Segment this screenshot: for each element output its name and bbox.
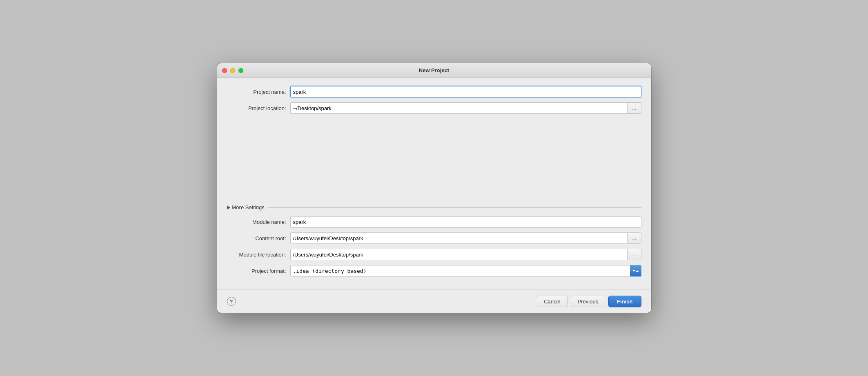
minimize-button[interactable] [230, 68, 235, 73]
cancel-button[interactable]: Cancel [537, 296, 567, 307]
module-file-location-field-group: ... [290, 249, 641, 260]
project-format-label: Project format: [227, 268, 290, 274]
more-settings-divider [268, 207, 641, 208]
more-settings-toggle[interactable]: More Settings [227, 204, 265, 210]
project-format-row: Project format: .idea (directory based) … [227, 265, 641, 276]
more-settings-section: More Settings Module name: Content root:… [227, 204, 641, 276]
project-name-row: Project name: [227, 86, 641, 97]
module-name-label: Module name: [227, 219, 290, 225]
content-root-row: Content root: ... [227, 232, 641, 244]
module-file-location-label: Module file location: [227, 252, 290, 258]
content-root-label: Content root: [227, 235, 290, 241]
module-file-browse-button[interactable]: ... [628, 249, 641, 260]
finish-button[interactable]: Finish [608, 296, 641, 307]
spacer [227, 119, 641, 200]
content-root-input[interactable] [290, 232, 628, 244]
module-file-location-row: Module file location: ... [227, 249, 641, 260]
window-controls [222, 68, 243, 73]
project-format-select[interactable]: .idea (directory based) .ipr (file based… [290, 265, 641, 276]
dialog-body: Project name: Project location: ... More… [217, 78, 651, 290]
project-location-input[interactable] [290, 102, 628, 114]
help-button[interactable]: ? [227, 297, 236, 306]
maximize-button[interactable] [238, 68, 243, 73]
more-settings-header: More Settings [227, 204, 641, 210]
project-location-label: Project location: [227, 105, 290, 111]
more-settings-label: More Settings [232, 204, 265, 210]
module-name-input[interactable] [290, 216, 641, 228]
module-file-location-input[interactable] [290, 249, 628, 260]
project-name-input[interactable] [290, 86, 641, 97]
project-format-select-container: .idea (directory based) .ipr (file based… [290, 265, 641, 276]
module-name-row: Module name: [227, 216, 641, 228]
project-location-field-group: ... [290, 102, 641, 114]
project-name-label: Project name: [227, 89, 290, 95]
dialog-footer: ? Cancel Previous Finish [217, 290, 651, 313]
content-root-browse-button[interactable]: ... [628, 232, 641, 244]
triangle-icon [227, 206, 230, 210]
close-button[interactable] [222, 68, 227, 73]
content-root-field-group: ... [290, 232, 641, 244]
new-project-dialog: New Project Project name: Project locati… [217, 63, 651, 313]
dialog-title: New Project [419, 67, 449, 73]
project-location-row: Project location: ... [227, 102, 641, 114]
title-bar: New Project [217, 63, 651, 78]
project-location-browse-button[interactable]: ... [628, 102, 641, 114]
previous-button[interactable]: Previous [571, 296, 605, 307]
